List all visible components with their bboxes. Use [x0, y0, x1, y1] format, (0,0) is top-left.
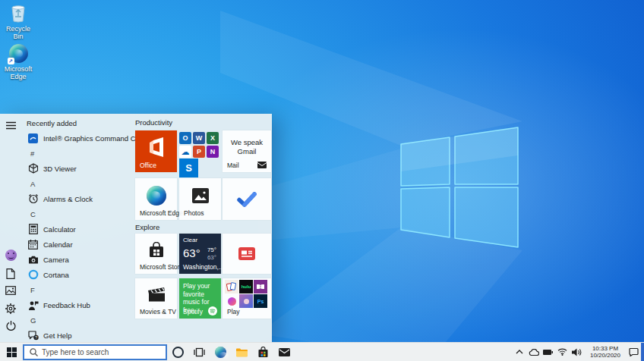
tray-network[interactable]: [555, 343, 570, 361]
excel-icon[interactable]: X: [207, 132, 219, 144]
calculator-icon: [27, 224, 39, 235]
pictures-icon: [5, 286, 16, 295]
dolby-icon[interactable]: [254, 280, 267, 294]
tile-spotify[interactable]: Play your favorite music for free. Spoti…: [179, 278, 221, 319]
photoshop-icon[interactable]: Ps: [254, 294, 267, 308]
mail-promo-line2: Gmail: [223, 147, 271, 156]
taskbar-file-explorer-button[interactable]: [231, 343, 252, 361]
hamburger-icon: [6, 121, 16, 130]
word-icon[interactable]: W: [193, 132, 205, 144]
app-item-calculator[interactable]: Calculator: [21, 221, 132, 237]
document-icon: [6, 268, 15, 279]
weather-low: 63°: [207, 254, 216, 261]
battery-icon: [543, 350, 553, 355]
wifi-icon: [557, 348, 567, 356]
tile-office[interactable]: Office: [135, 130, 177, 172]
messenger-icon[interactable]: [225, 294, 238, 308]
tray-onedrive[interactable]: [526, 343, 541, 361]
letter-section-a[interactable]: A: [21, 176, 132, 191]
game-art-icon[interactable]: [239, 294, 253, 308]
tile-mail[interactable]: We speak Gmail Mail: [223, 130, 271, 172]
app-item-3d-viewer[interactable]: 3D Viewer: [21, 161, 132, 176]
action-center-button[interactable]: [627, 343, 641, 361]
tile-group-title-productivity[interactable]: Productivity: [135, 118, 172, 127]
news-icon: [223, 234, 271, 274]
outlook-icon[interactable]: O: [179, 132, 191, 144]
documents-button[interactable]: [0, 265, 21, 282]
tile-skype[interactable]: S: [179, 159, 198, 177]
speaker-icon: [572, 348, 582, 356]
letter-section-c[interactable]: C: [21, 206, 132, 221]
onedrive-icon[interactable]: ☁: [179, 146, 191, 158]
tray-battery[interactable]: [541, 343, 555, 361]
user-avatar: [5, 250, 17, 261]
taskbar-edge-button[interactable]: [210, 343, 231, 361]
gear-icon: [5, 303, 16, 314]
notification-icon: [629, 347, 639, 356]
desktop-icon-microsoft-edge[interactable]: ↗ Microsoft Edge: [2, 43, 35, 80]
camera-icon: [27, 254, 39, 265]
search-input[interactable]: [42, 348, 166, 356]
app-item-intel-graphics[interactable]: Intel® Graphics Command Center: [21, 130, 132, 146]
power-icon: [6, 321, 16, 331]
taskbar-search[interactable]: [23, 344, 167, 360]
pictures-button[interactable]: [0, 282, 21, 299]
power-button[interactable]: [0, 317, 21, 334]
start-button[interactable]: [0, 343, 23, 361]
system-tray: 10:33 PM 10/20/2020: [512, 343, 644, 361]
store-bag-icon: [135, 234, 177, 266]
task-view-button[interactable]: [188, 343, 210, 361]
onenote-icon[interactable]: N: [207, 146, 219, 158]
desktop-icon-recycle-bin[interactable]: Recycle Bin: [2, 3, 35, 40]
store-icon: [257, 347, 269, 358]
app-item-alarms-clock[interactable]: Alarms & Clock: [21, 191, 132, 206]
file-explorer-icon: [235, 347, 248, 357]
tile-weather[interactable]: Clear 63° 75° 63° Washington,...: [179, 234, 221, 274]
user-account-button[interactable]: [0, 246, 21, 263]
desktop-icon-label: Recycle Bin: [2, 25, 35, 40]
taskbar: 10:33 PM 10/20/2020: [0, 342, 644, 361]
tray-show-hidden-icons[interactable]: [512, 343, 526, 361]
photos-icon: [179, 178, 221, 212]
taskbar-clock[interactable]: 10:33 PM 10/20/2020: [584, 345, 627, 359]
movies-tv-icon: [135, 278, 177, 311]
tile-office-apps-folder[interactable]: O W X ☁ P N: [179, 132, 219, 158]
taskbar-mail-button[interactable]: [273, 343, 295, 361]
taskbar-cortana-button[interactable]: [167, 343, 188, 361]
hulu-icon[interactable]: hulu: [239, 280, 253, 294]
get-help-icon: ?: [27, 330, 39, 341]
letter-section-g[interactable]: G: [21, 312, 132, 328]
app-item-get-help[interactable]: ? Get Help: [21, 328, 132, 343]
spotify-logo-icon: [208, 306, 217, 315]
letter-section-hash[interactable]: #: [21, 146, 132, 161]
expand-menu-button[interactable]: [0, 117, 21, 133]
app-item-feedback-hub[interactable]: Feedback Hub: [21, 297, 132, 312]
settings-button[interactable]: [0, 300, 21, 317]
tile-play-folder[interactable]: hulu Ps Play: [223, 278, 271, 319]
show-desktop-button[interactable]: [641, 343, 644, 361]
powerpoint-icon[interactable]: P: [193, 146, 205, 158]
intel-graphics-icon: [27, 133, 39, 144]
feedback-hub-icon: [27, 300, 39, 311]
tile-microsoft-store[interactable]: Microsoft Store: [135, 234, 177, 274]
tile-to-do[interactable]: [223, 178, 271, 220]
app-item-calendar[interactable]: Calendar: [21, 237, 132, 252]
taskbar-store-button[interactable]: [252, 343, 273, 361]
tile-news[interactable]: [223, 234, 271, 274]
calendar-icon: [27, 239, 39, 250]
weather-location: Washington,...: [183, 263, 224, 271]
cortana-ring-icon: [172, 347, 184, 358]
app-item-camera[interactable]: Camera: [21, 252, 132, 267]
letter-section-f[interactable]: F: [21, 282, 132, 297]
tile-microsoft-edge[interactable]: Microsoft Edge: [135, 178, 177, 220]
solitaire-icon[interactable]: [225, 280, 238, 294]
tile-group-title-explore[interactable]: Explore: [135, 223, 159, 231]
start-menu-rail: [0, 114, 21, 343]
tray-volume[interactable]: [570, 343, 584, 361]
tile-movies-tv[interactable]: Movies & TV: [135, 278, 177, 319]
app-item-cortana[interactable]: Cortana: [21, 267, 132, 282]
cortana-icon: [27, 269, 39, 281]
office-logo-icon: [135, 130, 177, 163]
weather-condition: Clear: [183, 237, 197, 243]
tile-photos[interactable]: Photos: [179, 178, 221, 220]
